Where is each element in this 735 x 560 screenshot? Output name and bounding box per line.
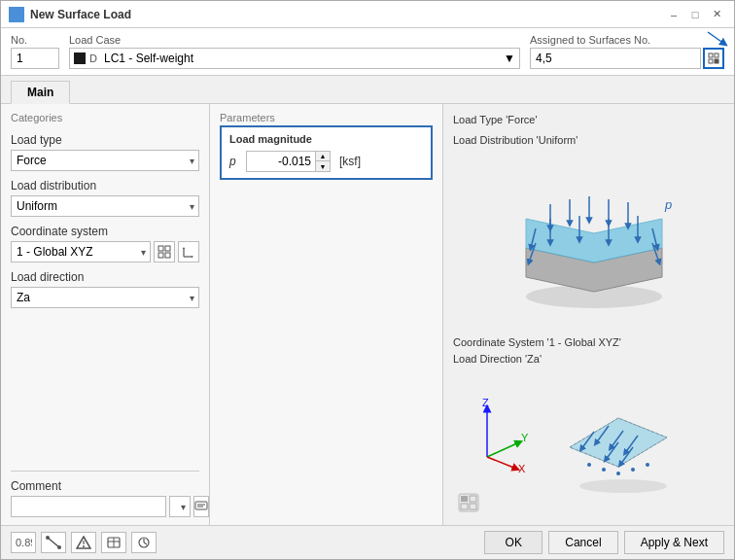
no-input[interactable] — [11, 48, 59, 69]
comment-icon — [194, 500, 208, 513]
viz-tools-icon — [458, 493, 479, 512]
parameters-box: Load magnitude p ▲ ▼ [ksf] — [220, 125, 433, 180]
svg-point-55 — [587, 463, 591, 467]
comment-dropdown-btn[interactable] — [169, 496, 191, 517]
content-area: Categories Load type Force Load distribu… — [1, 104, 734, 525]
assigned-input[interactable] — [530, 48, 701, 69]
load-type-select[interactable]: Force — [11, 150, 199, 171]
load-direction-group: Load direction Za — [11, 270, 199, 308]
coordinate-axis-viz: Z Y X — [453, 399, 541, 486]
window-icon — [9, 7, 24, 22]
svg-point-56 — [602, 468, 606, 472]
coordinate-system-dropdown[interactable]: 1 - Global XYZ — [17, 242, 145, 262]
bottom-info-line2: Load Direction 'Za' — [453, 351, 724, 368]
lc-color-indicator — [74, 52, 86, 64]
toolbar-icon-5 — [136, 536, 152, 549]
viz-tools-btn[interactable] — [458, 493, 479, 515]
categories-title: Categories — [11, 112, 199, 123]
force-distribution-viz: p — [482, 175, 696, 311]
param-p-spin-down[interactable]: ▼ — [316, 161, 330, 171]
svg-point-68 — [57, 545, 61, 549]
svg-rect-10 — [165, 253, 170, 258]
tilted-surface-viz — [550, 389, 686, 496]
assigned-picker-button[interactable] — [703, 48, 724, 69]
ok-button[interactable]: OK — [484, 531, 542, 554]
coord-icon-btn-2[interactable] — [178, 241, 199, 262]
load-magnitude-title: Load magnitude — [229, 133, 423, 145]
info-line1: Load Type 'Force' — [453, 112, 724, 128]
load-direction-label: Load direction — [11, 270, 199, 284]
svg-rect-7 — [158, 246, 163, 251]
load-type-group: Load type Force — [11, 133, 199, 171]
load-type-dropdown[interactable]: Force — [17, 151, 193, 170]
toolbar-btn-1[interactable]: 0.89 — [11, 532, 36, 553]
window-controls: – □ ✕ — [664, 6, 726, 23]
bottom-info-line1: Coordinate System '1 - Global XYZ' — [453, 334, 724, 351]
param-p-spin-up[interactable]: ▲ — [316, 152, 330, 161]
svg-rect-3 — [715, 53, 718, 57]
apply-next-button[interactable]: Apply & Next — [624, 531, 724, 554]
load-distribution-select[interactable]: Uniform — [11, 195, 199, 217]
comment-row — [11, 496, 199, 517]
param-p-row: p ▲ ▼ [ksf] — [229, 151, 423, 172]
svg-line-41 — [487, 442, 519, 457]
svg-rect-8 — [165, 246, 170, 251]
svg-marker-13 — [183, 247, 185, 249]
axis-icon — [182, 245, 195, 259]
left-panel: Categories Load type Force Load distribu… — [1, 104, 210, 525]
coordinate-system-label: Coordinate system — [11, 225, 199, 238]
toolbar-btn-4[interactable] — [101, 532, 126, 553]
middle-panel: Parameters Load magnitude p ▲ ▼ [ksf] — [210, 104, 443, 525]
assigned-label: Assigned to Surfaces No. — [530, 34, 724, 46]
bottom-bar: 0.89 — [1, 525, 734, 559]
picker-icon — [708, 52, 719, 64]
svg-text:p: p — [664, 197, 672, 212]
toolbar-icon-2 — [46, 536, 61, 549]
no-field: No. — [11, 34, 59, 69]
toolbar-btn-5[interactable] — [131, 532, 157, 553]
param-p-input-wrap: ▲ ▼ — [246, 151, 331, 172]
svg-text:0.89: 0.89 — [16, 537, 32, 548]
toolbar-btn-2[interactable] — [41, 532, 66, 553]
toolbar-btn-3[interactable] — [71, 532, 96, 553]
tab-row: Main — [1, 76, 734, 104]
coordinate-system-select[interactable]: 1 - Global XYZ — [11, 241, 151, 262]
svg-line-77 — [144, 542, 147, 544]
main-window: New Surface Load – □ ✕ No. Load Case D L… — [0, 0, 735, 560]
coord-row: 1 - Global XYZ — [11, 241, 199, 262]
minimize-button[interactable]: – — [664, 6, 683, 23]
toolbar-icon-1: 0.89 — [15, 535, 32, 550]
loadcase-select[interactable]: D LC1 - Self-weight ▼ — [69, 48, 520, 69]
svg-rect-9 — [158, 253, 163, 258]
comment-input[interactable] — [11, 496, 166, 517]
coord-icon-btn-1[interactable] — [154, 241, 175, 262]
bottom-info: Coordinate System '1 - Global XYZ' Load … — [453, 334, 724, 367]
right-panel: Load Type 'Force' Load Distribution 'Uni… — [443, 104, 734, 525]
loadcase-dropdown-arrow: ▼ — [504, 52, 515, 65]
toolbar-icon-4 — [106, 536, 122, 549]
action-buttons: OK Cancel Apply & Next — [484, 531, 724, 554]
comment-dropdown[interactable] — [175, 497, 185, 516]
lc-d-badge: D — [89, 52, 97, 64]
tab-main[interactable]: Main — [11, 81, 70, 104]
svg-point-59 — [646, 463, 649, 467]
svg-rect-4 — [709, 59, 713, 63]
param-p-input[interactable] — [247, 152, 315, 171]
header-row: No. Load Case D LC1 - Self-weight ▼ Assi… — [1, 28, 734, 76]
maximize-button[interactable]: □ — [685, 6, 705, 23]
load-distribution-group: Load distribution Uniform — [11, 179, 199, 217]
load-direction-dropdown[interactable]: Za — [17, 288, 193, 307]
svg-rect-2 — [709, 53, 713, 57]
close-button[interactable]: ✕ — [707, 6, 726, 23]
cancel-button[interactable]: Cancel — [548, 531, 617, 554]
viz-bottom: Coordinate System '1 - Global XYZ' Load … — [453, 334, 724, 517]
top-info: Load Type 'Force' Load Distribution 'Uni… — [453, 112, 724, 152]
viz-bottom-content: Z Y X — [453, 367, 724, 517]
load-direction-select[interactable]: Za — [11, 287, 199, 308]
load-distribution-dropdown[interactable]: Uniform — [17, 196, 193, 216]
comment-icon-btn[interactable] — [193, 496, 209, 517]
svg-text:X: X — [518, 463, 526, 474]
svg-point-67 — [46, 536, 50, 540]
loadcase-field: Load Case D LC1 - Self-weight ▼ — [69, 34, 520, 69]
svg-rect-15 — [195, 502, 207, 509]
